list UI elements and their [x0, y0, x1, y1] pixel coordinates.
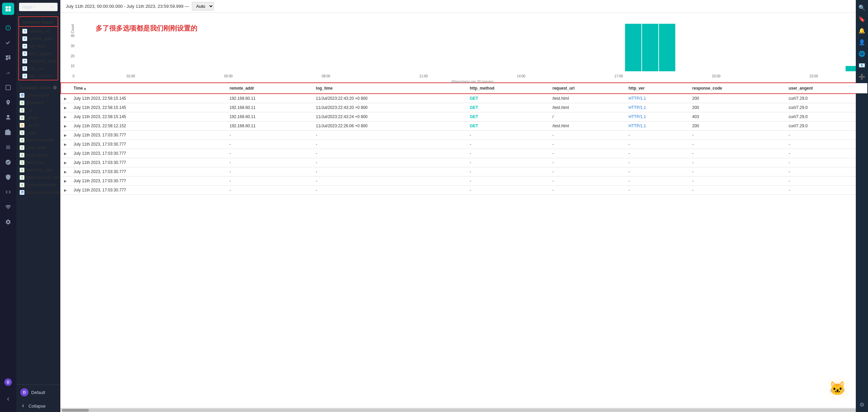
table-cell-http-method: GET — [466, 112, 549, 121]
available-field-item[interactable]: t_index — [16, 114, 60, 121]
table-cell-response-code: 200 — [689, 121, 785, 131]
sidebar-default[interactable]: D Default — [16, 385, 60, 400]
selected-field-item[interactable]: ?log_time — [19, 42, 58, 50]
row-expand-btn[interactable]: ▶ — [64, 106, 67, 110]
scroll-thumb[interactable] — [62, 409, 89, 412]
row-expand-btn[interactable]: ▶ — [64, 170, 67, 174]
selected-field-item[interactable]: ?user_angent — [19, 50, 58, 57]
row-expand-btn[interactable]: ▶ — [64, 188, 67, 192]
nav-monitoring[interactable] — [1, 200, 15, 214]
row-expand-btn[interactable]: ▶ — [64, 115, 67, 119]
table-cell-user-angent: - — [785, 140, 868, 149]
table-row[interactable]: ▶July 11th 2023, 22:58:15.145192.168.60.… — [61, 103, 868, 112]
field-name: host.architecture — [26, 183, 57, 187]
table-header-time[interactable]: Time ▴ — [70, 83, 226, 94]
nav-apm[interactable] — [1, 155, 15, 169]
table-cell-remote-addr: - — [226, 140, 313, 149]
selected-field-item[interactable]: ?http_method — [19, 72, 58, 80]
field-name: @version — [26, 100, 44, 105]
field-type-badge: t — [20, 168, 24, 172]
row-expand-btn[interactable]: ▶ — [64, 143, 67, 146]
row-expand-btn[interactable]: ▶ — [64, 124, 67, 128]
table-header-user-angent[interactable]: user_angent — [785, 83, 868, 94]
selected-field-item[interactable]: ?http_ver — [19, 65, 58, 72]
table-cell-http-method: - — [466, 140, 549, 149]
available-field-item[interactable]: t_id — [16, 107, 60, 114]
right-add-icon[interactable]: ➕ — [857, 72, 867, 81]
available-field-item[interactable]: t_type — [16, 129, 60, 136]
nav-ml[interactable] — [1, 111, 15, 124]
selected-field-item[interactable]: ?request_url — [19, 27, 58, 35]
table-row[interactable]: ▶July 11th 2023, 17:03:30.777------- — [61, 158, 868, 167]
sidebar-collapse[interactable]: Collapse — [16, 400, 60, 412]
table-header-log-time[interactable]: log_time — [313, 83, 467, 94]
nav-devtools[interactable] — [1, 185, 15, 199]
table-cell-user-angent: curl/7.29.0 — [785, 112, 868, 121]
available-field-item[interactable]: thost.architecture — [16, 181, 60, 189]
available-field-item[interactable]: tfields.log_type — [16, 166, 60, 174]
row-expand-btn[interactable]: ▶ — [64, 152, 67, 155]
nav-logs[interactable] — [1, 141, 15, 154]
nav-timelion[interactable] — [1, 66, 15, 79]
table-row[interactable]: ▶July 11th 2023, 17:03:30.777------- — [61, 167, 868, 176]
nav-canvas[interactable] — [1, 81, 15, 94]
table-header-http-method[interactable]: http_method — [466, 83, 549, 94]
selected-field-item[interactable]: ?response_code — [19, 57, 58, 65]
nav-discover[interactable] — [1, 21, 15, 35]
available-field-item[interactable]: tfields.from — [16, 159, 60, 166]
right-outlook-icon[interactable]: 📧 — [857, 60, 867, 70]
right-user-icon[interactable]: 👤 — [857, 37, 867, 47]
interval-select[interactable]: Auto — [192, 2, 214, 11]
nav-default-space[interactable]: D — [1, 375, 15, 389]
nav-collapse[interactable] — [1, 392, 15, 406]
table-cell-response-code: - — [689, 149, 785, 158]
field-type-badge: t — [20, 183, 24, 187]
available-field-item[interactable]: ⏱@timestamp — [16, 92, 60, 99]
row-expand-btn[interactable]: ▶ — [64, 97, 67, 100]
table-cell-http-method: GET — [466, 103, 549, 112]
table-row[interactable]: ▶July 11th 2023, 22:58:15.145192.168.60.… — [61, 112, 868, 121]
table-cell-log-time: - — [313, 158, 467, 167]
table-cell-response-code: 200 — [689, 103, 785, 112]
right-globe-icon[interactable]: 🌐 — [857, 49, 867, 58]
table-header-http-ver[interactable]: http_ver — [625, 83, 689, 94]
table-header-response-code[interactable]: response_code — [689, 83, 785, 94]
table-header-remote-addr[interactable]: remote_addr — [226, 83, 313, 94]
table-row[interactable]: ▶July 11th 2023, 17:03:30.777------- — [61, 176, 868, 186]
right-search-icon[interactable]: 🔍 — [857, 3, 867, 12]
available-fields-settings-icon[interactable]: ⚙ — [53, 85, 57, 90]
table-row[interactable]: ▶July 11th 2023, 17:03:30.777------- — [61, 149, 868, 158]
selected-field-item[interactable]: ?remote_addr — [19, 35, 58, 42]
nav-management[interactable] — [1, 215, 15, 229]
index-pattern-dropdown[interactable]: httpd-* — [19, 3, 58, 11]
right-notification-icon[interactable]: 🔔 — [857, 26, 867, 35]
nav-dashboard[interactable] — [1, 51, 15, 64]
table-row[interactable]: ▶July 11th 2023, 17:03:30.777------- — [61, 140, 868, 149]
nav-visualize[interactable] — [1, 36, 15, 50]
table-row[interactable]: ▶July 11th 2023, 22:58:12.152192.168.60.… — [61, 121, 868, 131]
horizontal-scrollbar[interactable] — [60, 408, 868, 412]
available-field-item[interactable]: t@version — [16, 99, 60, 107]
right-bookmark-icon[interactable]: 🔖 — [857, 14, 867, 24]
row-expand-btn[interactable]: ▶ — [64, 133, 67, 137]
app-logo[interactable] — [2, 3, 14, 15]
available-field-item[interactable]: tfields.service_name — [16, 174, 60, 181]
available-field-item[interactable]: tbeat.hostname — [16, 136, 60, 144]
available-field-item[interactable]: #_score — [16, 121, 60, 129]
default-space-badge: D — [20, 388, 28, 396]
nav-uptime[interactable] — [1, 170, 15, 184]
row-expand-btn[interactable]: ▶ — [64, 179, 67, 183]
table-row[interactable]: ▶July 11th 2023, 17:03:30.777------- — [61, 131, 868, 140]
table-header-request-url[interactable]: request_url — [549, 83, 625, 94]
x-axis-label: 23:00 — [810, 74, 818, 78]
field-name: @timestamp — [26, 93, 50, 98]
available-field-item[interactable]: ⏱host.containerized — [16, 189, 60, 196]
table-row[interactable]: ▶July 11th 2023, 22:58:15.145192.168.60.… — [61, 94, 868, 103]
right-settings-icon[interactable]: ⚙ — [857, 400, 867, 409]
row-expand-btn[interactable]: ▶ — [64, 161, 67, 165]
available-field-item[interactable]: tbeat.version — [16, 151, 60, 159]
available-field-item[interactable]: tbeat.name — [16, 144, 60, 151]
nav-infrastructure[interactable] — [1, 126, 15, 139]
nav-maps[interactable] — [1, 96, 15, 109]
table-row[interactable]: ▶July 11th 2023, 17:03:30.777------- — [61, 186, 868, 195]
